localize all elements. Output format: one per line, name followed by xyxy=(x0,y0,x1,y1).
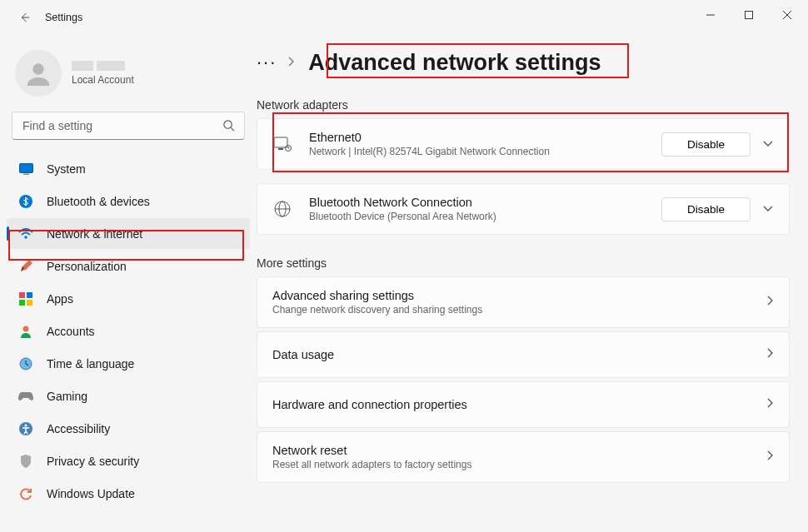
svg-rect-19 xyxy=(274,137,287,147)
account-type: Local Account xyxy=(72,74,134,86)
sidebar-item-bluetooth[interactable]: Bluetooth & devices xyxy=(7,186,250,216)
chevron-right-icon xyxy=(766,397,774,412)
avatar-icon xyxy=(15,50,62,97)
accounts-icon xyxy=(18,324,33,339)
adapter-desc: Network | Intel(R) 82574L Gigabit Networ… xyxy=(309,146,661,157)
section-adapters: Network adapters xyxy=(257,98,790,112)
sidebar-item-label: Privacy & security xyxy=(47,455,139,468)
privacy-icon xyxy=(18,454,33,469)
setting-name: Hardware and connection properties xyxy=(272,398,766,411)
bluetooth-network-icon xyxy=(272,201,292,217)
sidebar-item-update[interactable]: Windows Update xyxy=(7,478,250,509)
sidebar-item-accessibility[interactable]: Accessibility xyxy=(7,413,250,444)
svg-point-4 xyxy=(32,63,43,74)
breadcrumb-more[interactable]: ··· xyxy=(257,52,277,73)
adapter-name: Bluetooth Network Connection xyxy=(309,196,661,209)
setting-name: Advanced sharing settings xyxy=(272,289,766,302)
more-reset[interactable]: Network reset Reset all network adapters… xyxy=(257,431,790,483)
sidebar-item-privacy[interactable]: Privacy & security xyxy=(7,445,250,476)
sidebar-item-label: Apps xyxy=(47,292,73,306)
bluetooth-icon xyxy=(18,194,33,209)
svg-rect-11 xyxy=(19,292,25,298)
svg-rect-13 xyxy=(19,300,25,306)
maximize-button[interactable] xyxy=(730,2,768,28)
adapter-desc: Bluetooth Device (Personal Area Network) xyxy=(309,211,661,222)
ethernet-icon xyxy=(272,137,292,152)
system-icon xyxy=(18,162,33,177)
disable-button[interactable]: Disable xyxy=(661,132,751,157)
close-button[interactable] xyxy=(768,2,806,28)
sidebar-item-system[interactable]: System xyxy=(7,153,250,184)
setting-name: Network reset xyxy=(272,444,766,457)
svg-rect-7 xyxy=(19,163,32,172)
chevron-down-icon[interactable] xyxy=(762,137,774,152)
setting-desc: Reset all network adapters to factory se… xyxy=(272,459,766,470)
svg-rect-12 xyxy=(27,292,32,298)
svg-rect-1 xyxy=(746,12,753,19)
search-input[interactable] xyxy=(12,112,245,140)
svg-point-5 xyxy=(224,121,232,128)
sidebar-item-label: Personalization xyxy=(47,260,127,273)
personalization-icon xyxy=(18,259,33,274)
back-button[interactable] xyxy=(18,12,30,23)
more-sharing[interactable]: Advanced sharing settings Change network… xyxy=(257,276,790,328)
chevron-right-icon xyxy=(287,55,295,70)
sidebar-item-gaming[interactable]: Gaming xyxy=(7,380,250,411)
sidebar-item-accounts[interactable]: Accounts xyxy=(7,316,250,346)
page-title: Advanced network settings xyxy=(303,48,606,77)
apps-icon xyxy=(18,291,33,306)
gaming-icon xyxy=(18,389,33,404)
svg-rect-14 xyxy=(27,300,32,306)
chevron-right-icon xyxy=(766,347,774,362)
account-text: Local Account xyxy=(72,61,134,86)
more-hardware[interactable]: Hardware and connection properties xyxy=(257,381,790,428)
search-icon xyxy=(222,119,235,135)
sidebar-item-label: System xyxy=(47,162,86,176)
adapter-bluetooth[interactable]: Bluetooth Network Connection Bluetooth D… xyxy=(257,183,790,235)
sidebar-item-network[interactable]: Network & internet xyxy=(7,218,250,249)
svg-point-10 xyxy=(24,236,27,239)
sidebar-item-apps[interactable]: Apps xyxy=(7,283,250,314)
svg-rect-8 xyxy=(23,173,29,175)
window-title: Settings xyxy=(45,12,82,23)
sidebar-item-label: Time & language xyxy=(47,357,134,370)
account-info[interactable]: Local Account xyxy=(0,43,257,112)
sidebar-item-label: Bluetooth & devices xyxy=(47,195,150,208)
section-more: More settings xyxy=(257,256,790,270)
svg-line-6 xyxy=(231,127,234,131)
accessibility-icon xyxy=(18,421,33,436)
adapter-name: Ethernet0 xyxy=(309,131,661,144)
minimize-button[interactable] xyxy=(691,2,730,28)
sidebar-item-label: Gaming xyxy=(47,390,87,403)
chevron-right-icon xyxy=(766,450,774,465)
more-data-usage[interactable]: Data usage xyxy=(257,331,790,378)
disable-button[interactable]: Disable xyxy=(661,197,751,221)
sidebar-item-personalization[interactable]: Personalization xyxy=(7,251,250,281)
sidebar-item-label: Windows Update xyxy=(47,487,135,500)
svg-point-15 xyxy=(23,326,29,331)
setting-desc: Change network discovery and sharing set… xyxy=(272,304,766,316)
sidebar-item-label: Network & internet xyxy=(47,227,142,241)
adapter-ethernet[interactable]: Ethernet0 Network | Intel(R) 82574L Giga… xyxy=(257,118,790,170)
chevron-down-icon[interactable] xyxy=(762,201,774,216)
setting-name: Data usage xyxy=(272,348,766,361)
sidebar-item-label: Accounts xyxy=(47,325,95,338)
sidebar-item-label: Accessibility xyxy=(47,422,110,435)
chevron-right-icon xyxy=(766,295,774,310)
update-icon xyxy=(18,486,33,501)
network-icon xyxy=(18,226,33,241)
svg-rect-20 xyxy=(278,148,283,150)
time-icon xyxy=(18,356,33,371)
svg-point-18 xyxy=(25,424,27,426)
sidebar-item-time[interactable]: Time & language xyxy=(7,348,250,379)
